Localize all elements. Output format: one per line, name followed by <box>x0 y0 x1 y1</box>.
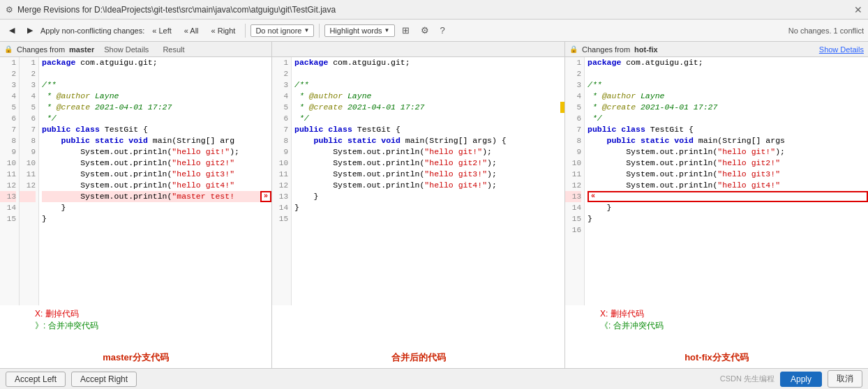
left-line-12: System.out.println("hello git4!" <box>42 180 271 191</box>
left-label: master分支代码 <box>0 347 271 368</box>
right-line-3: /** <box>588 79 868 91</box>
right-button[interactable]: « Right <box>207 24 241 37</box>
next-change-button[interactable]: ▶ <box>22 24 38 37</box>
left-line-13: System.out.println("master test! » <box>42 191 271 202</box>
conflict-accept-button[interactable]: « <box>588 191 868 202</box>
right-branch-name: hot-fix <box>634 45 658 54</box>
right-branch-prefix: Changes from <box>582 45 630 54</box>
left-button[interactable]: « Left <box>147 24 177 37</box>
right-line-7: public class TestGit { <box>588 124 868 135</box>
right-panel-header: 🔒 Changes from hot-fix Show Details <box>565 42 868 57</box>
apply-button[interactable]: Apply <box>780 372 822 387</box>
bottom-bar: Accept Left Accept Right CSDN 先生编程 Apply… <box>0 368 868 389</box>
left-line-3: /** <box>42 79 271 91</box>
apply-label: Apply non-conflicting changes: <box>40 26 144 35</box>
left-line-8: public static void main(String[] arg <box>42 135 271 146</box>
watermark-text: CSDN 先生编程 <box>720 374 775 384</box>
lock-icon: 🔒 <box>4 45 13 53</box>
conflict-merge-button[interactable]: » <box>260 191 271 202</box>
right-code-content: package com.atguigu.git; /** * @author L… <box>585 57 868 305</box>
left-line-2 <box>42 68 271 79</box>
accept-right-button[interactable]: Accept Right <box>71 372 137 387</box>
help-button[interactable]: ? <box>436 23 449 38</box>
right-annotation-x: X: 删掉代码 <box>600 308 862 320</box>
middle-line-6: */ <box>294 113 564 124</box>
left-line-11: System.out.println("hello git3!" <box>42 169 271 180</box>
left-annotation-merge: 》: 合并冲突代码 <box>35 320 266 332</box>
left-panel-header: 🔒 Changes from master Show Details Resul… <box>0 42 271 57</box>
accept-left-button[interactable]: Accept Left <box>6 372 66 387</box>
left-code-content: package com.atguigu.git; /** * @author L… <box>39 57 271 305</box>
middle-line-14: } <box>294 202 564 213</box>
middle-line-4: * @author Layne <box>294 91 564 102</box>
chevron-down-icon: ▼ <box>384 27 390 33</box>
right-annotations: X: 删掉代码 《: 合并冲突代码 <box>565 305 868 347</box>
middle-panel-header <box>272 42 564 57</box>
middle-line-11: System.out.println("hello git3!"); <box>294 169 564 180</box>
title-bar-icon: ⚙ <box>6 5 13 15</box>
middle-line-5: * @create 2021-04-01 17:27 <box>294 102 564 113</box>
right-line-1: package com.atguigu.git; <box>588 57 868 68</box>
middle-spacer <box>272 305 564 347</box>
middle-line-7: public class TestGit { <box>294 124 564 135</box>
highlight-words-dropdown[interactable]: Highlight words ▼ <box>324 24 394 37</box>
left-line-10: System.out.println("hello git2!" <box>42 158 271 169</box>
diff-settings-button[interactable]: ⊞ <box>398 23 414 38</box>
middle-line-9: System.out.println("hello git!"); <box>294 146 564 158</box>
title-bar: ⚙ Merge Revisions for D:\IdeaProjects\gi… <box>0 0 868 20</box>
middle-line-2 <box>294 68 564 79</box>
no-changes-label: No changes. 1 conflict <box>788 26 864 35</box>
left-code-area: 1 2 3 4 5 6 7 8 9 10 11 12 13 14 15 1 2 … <box>0 57 271 305</box>
result-label: Result <box>163 45 184 54</box>
merged-code-label: 合并后的代码 <box>391 352 446 363</box>
right-line-12: System.out.println("hello git4!" <box>588 180 868 191</box>
left-line-15: } <box>42 213 271 224</box>
right-line-15: } <box>588 213 868 224</box>
hotfix-branch-label: hot-fix分支代码 <box>684 352 749 363</box>
middle-line-1: package com.atguigu.git; <box>294 57 564 68</box>
middle-code-content: package com.atguigu.git; /** * @author L… <box>292 57 564 305</box>
right-line-5: * @create 2021-04-01 17:27 <box>588 102 868 113</box>
title-text: Merge Revisions for D:\IdeaProjects\git-… <box>17 5 854 15</box>
cancel-button[interactable]: 取消 <box>828 370 862 388</box>
middle-line-15 <box>294 213 564 224</box>
left-branch-label: Changes from <box>17 45 65 54</box>
middle-code-area: 1 2 3 4 5 6 7 8 9 10 11 12 13 14 15 pack… <box>272 57 564 305</box>
prev-change-button[interactable]: ◀ <box>4 24 20 37</box>
middle-line-3: /** <box>294 79 564 91</box>
middle-line-12: System.out.println("hello git4!"); <box>294 180 564 191</box>
right-line-10: System.out.println("hello git2!" <box>588 158 868 169</box>
right-line-numbers: 1 2 3 4 5 6 7 8 9 10 11 12 13 14 15 16 <box>565 57 585 305</box>
middle-panel: 1 2 3 4 5 6 7 8 9 10 11 12 13 14 15 pack… <box>272 42 565 368</box>
left-annotations: X: 删掉代码 》: 合并冲突代码 <box>0 305 271 347</box>
all-button[interactable]: « All <box>179 24 204 37</box>
right-line-11: System.out.println("hello git3!" <box>588 169 868 180</box>
right-annotation-merge: 《: 合并冲突代码 <box>600 320 862 332</box>
left-line-7: public class TestGit { <box>42 124 271 135</box>
left-line-14: } <box>42 202 271 213</box>
right-label: hot-fix分支代码 <box>565 347 868 368</box>
right-line-9: System.out.println("hello git!"); <box>588 146 868 158</box>
lock-icon-right: 🔒 <box>569 45 578 53</box>
close-icon[interactable]: ✕ <box>854 4 862 15</box>
left-line-9: System.out.println("hello git!"); <box>42 146 271 158</box>
middle-line-13: } <box>294 191 564 202</box>
left-line-1: package com.atguigu.git; <box>42 57 271 68</box>
toolbar: ◀ ▶ Apply non-conflicting changes: « Lef… <box>0 20 868 42</box>
right-panel: 🔒 Changes from hot-fix Show Details 1 2 … <box>565 42 868 368</box>
right-line-13: « System.out.println("hot-fix test! <box>588 191 868 202</box>
right-line-4: * @author Layne <box>588 91 868 102</box>
gear-icon-button[interactable]: ⚙ <box>417 23 433 38</box>
left-panel: 🔒 Changes from master Show Details Resul… <box>0 42 272 368</box>
left-line-5: * @create 2021-04-01 17:27 <box>42 102 271 113</box>
left-result-numbers: 1 2 3 4 5 6 7 8 9 10 11 12 <box>20 57 39 305</box>
left-line-4: * @author Layne <box>42 91 271 102</box>
show-details-right[interactable]: Show Details <box>819 45 864 54</box>
middle-line-10: System.out.println("hello git2!"); <box>294 158 564 169</box>
main-area: 🔒 Changes from master Show Details Resul… <box>0 42 868 368</box>
do-not-ignore-dropdown[interactable]: Do not ignore ▼ <box>250 24 314 37</box>
right-line-14: } <box>588 202 868 213</box>
chevron-down-icon: ▼ <box>304 27 309 33</box>
left-line-6: */ <box>42 113 271 124</box>
left-line-numbers: 1 2 3 4 5 6 7 8 9 10 11 12 13 14 15 <box>0 57 20 305</box>
